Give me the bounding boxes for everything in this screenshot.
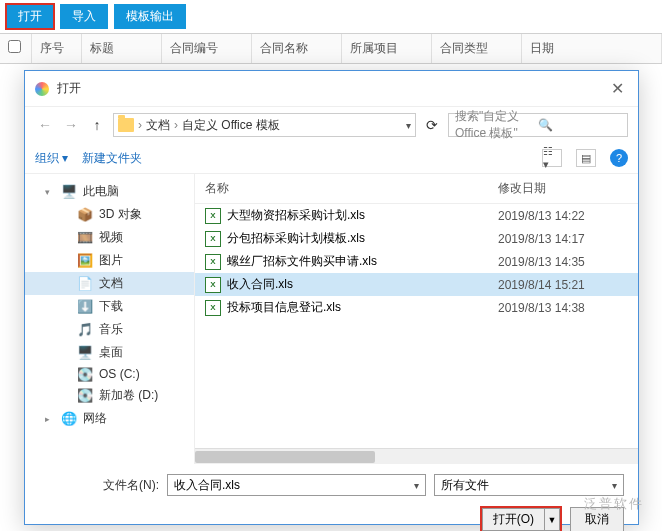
grid-header: 序号 标题 合同编号 合同名称 所属项目 合同类型 日期 (0, 33, 662, 64)
filename-input[interactable]: 收入合同.xls▾ (167, 474, 426, 496)
search-input[interactable]: 搜索"自定义 Office 模板" 🔍 (448, 113, 628, 137)
col-title[interactable]: 标题 (82, 34, 162, 63)
excel-file-icon: X (205, 277, 221, 293)
col-project[interactable]: 所属项目 (342, 34, 432, 63)
node-icon: 💽 (77, 367, 93, 381)
breadcrumb[interactable]: › 文档 › 自定义 Office 模板 ▾ (113, 113, 416, 137)
tree-node[interactable]: ⬇️下载 (25, 295, 194, 318)
tree-node[interactable]: 🖥️桌面 (25, 341, 194, 364)
nav-back-icon[interactable]: ← (35, 115, 55, 135)
tree-node[interactable]: 📄文档 (25, 272, 194, 295)
new-folder-button[interactable]: 新建文件夹 (82, 150, 142, 167)
horizontal-scrollbar[interactable] (195, 448, 638, 464)
filename-label: 文件名(N): (39, 477, 159, 494)
node-icon: 🎞️ (77, 231, 93, 245)
nav-up-icon[interactable]: ↑ (87, 115, 107, 135)
excel-file-icon: X (205, 208, 221, 224)
col-contract-name[interactable]: 合同名称 (252, 34, 342, 63)
open-dropdown-icon[interactable]: ▼ (544, 508, 560, 531)
open-split-button[interactable]: 打开(O) ▼ (480, 506, 562, 531)
node-icon: 🖥️ (61, 185, 77, 199)
excel-file-icon: X (205, 254, 221, 270)
node-icon: 📦 (77, 208, 93, 222)
file-list[interactable]: X大型物资招标采购计划.xls2019/8/13 14:22X分包招标采购计划模… (195, 204, 638, 448)
node-icon: ⬇️ (77, 300, 93, 314)
node-icon: 🖼️ (77, 254, 93, 268)
node-icon: 🖥️ (77, 346, 93, 360)
help-icon[interactable]: ? (610, 149, 628, 167)
node-icon: 📄 (77, 277, 93, 291)
chevron-down-icon[interactable]: ▾ (406, 120, 411, 131)
close-icon[interactable]: ✕ (607, 79, 628, 98)
folder-icon (118, 118, 134, 132)
file-row[interactable]: X分包招标采购计划模板.xls2019/8/13 14:17 (195, 227, 638, 250)
open-button[interactable]: 打开 (6, 4, 54, 29)
file-row[interactable]: X螺丝厂招标文件购买申请.xls2019/8/13 14:35 (195, 250, 638, 273)
open-file-dialog: 打开 ✕ ← → ↑ › 文档 › 自定义 Office 模板 ▾ ⟳ 搜索"自… (24, 70, 639, 525)
col-date[interactable]: 日期 (522, 34, 662, 63)
tree-node[interactable]: ▾🖥️此电脑 (25, 180, 194, 203)
excel-file-icon: X (205, 300, 221, 316)
cancel-button[interactable]: 取消 (570, 507, 624, 531)
col-contract-type[interactable]: 合同类型 (432, 34, 522, 63)
file-row[interactable]: X收入合同.xls2019/8/14 15:21 (195, 273, 638, 296)
dialog-title: 打开 (57, 80, 607, 97)
tree-node[interactable]: 📦3D 对象 (25, 203, 194, 226)
col-num[interactable]: 序号 (32, 34, 82, 63)
file-row[interactable]: X投标项目信息登记.xls2019/8/13 14:38 (195, 296, 638, 319)
node-icon: 🎵 (77, 323, 93, 337)
tree-node[interactable]: 🎞️视频 (25, 226, 194, 249)
refresh-icon[interactable]: ⟳ (422, 115, 442, 135)
crumb-seg[interactable]: 自定义 Office 模板 (182, 117, 280, 134)
template-export-button[interactable]: 模板输出 (114, 4, 186, 29)
excel-file-icon: X (205, 231, 221, 247)
crumb-seg[interactable]: 文档 (146, 117, 170, 134)
import-button[interactable]: 导入 (60, 4, 108, 29)
organize-menu[interactable]: 组织 ▾ (35, 150, 68, 167)
tree-node[interactable]: 🖼️图片 (25, 249, 194, 272)
app-icon (35, 82, 49, 96)
view-mode-button[interactable]: ☷ ▾ (542, 149, 562, 167)
folder-tree[interactable]: ▾🖥️此电脑📦3D 对象🎞️视频🖼️图片📄文档⬇️下载🎵音乐🖥️桌面💽OS (C… (25, 174, 195, 464)
node-icon: 💽 (77, 389, 93, 403)
tree-node[interactable]: ▸🌐网络 (25, 407, 194, 430)
tree-node[interactable]: 💽OS (C:) (25, 364, 194, 384)
tree-node[interactable]: 💽新加卷 (D:) (25, 384, 194, 407)
preview-pane-button[interactable]: ▤ (576, 149, 596, 167)
col-contract-no[interactable]: 合同编号 (162, 34, 252, 63)
col-header-date[interactable]: 修改日期 (498, 180, 628, 197)
file-type-filter[interactable]: 所有文件▾ (434, 474, 624, 496)
file-row[interactable]: X大型物资招标采购计划.xls2019/8/13 14:22 (195, 204, 638, 227)
col-header-name[interactable]: 名称 (205, 180, 498, 197)
node-icon: 🌐 (61, 412, 77, 426)
search-icon: 🔍 (538, 118, 621, 132)
select-all-checkbox[interactable] (8, 40, 21, 53)
nav-forward-icon: → (61, 115, 81, 135)
tree-node[interactable]: 🎵音乐 (25, 318, 194, 341)
